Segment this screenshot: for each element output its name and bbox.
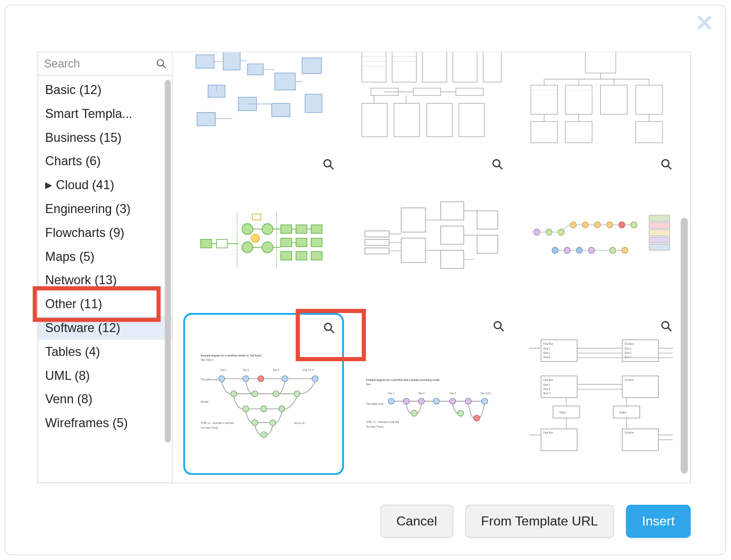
category-item[interactable]: Wireframes (5) xyxy=(38,411,172,435)
template-tile-selected[interactable]: Example diagram for a workflow similar t… xyxy=(183,313,344,475)
svg-text:Object: Object xyxy=(559,411,566,414)
category-item[interactable]: Flowcharts (9) xyxy=(38,221,172,245)
category-item[interactable]: Tables (4) xyxy=(38,340,172,364)
close-button[interactable] xyxy=(695,14,713,32)
insert-button[interactable]: Insert xyxy=(626,505,691,538)
svg-point-93 xyxy=(609,247,615,253)
svg-rect-51 xyxy=(311,225,322,233)
svg-point-114 xyxy=(273,391,278,397)
template-thumbnail: Example diagram for a workflow with a si… xyxy=(361,331,505,457)
search-icon[interactable] xyxy=(154,56,168,71)
svg-rect-9 xyxy=(271,103,290,116)
zoom-icon[interactable] xyxy=(321,157,336,172)
category-item[interactable]: Basic (12) xyxy=(38,78,172,102)
category-label: Software (12) xyxy=(45,321,120,335)
template-tile[interactable]: Example diagram for a workflow with a si… xyxy=(355,313,512,475)
svg-rect-56 xyxy=(296,251,307,260)
svg-point-90 xyxy=(564,247,570,253)
category-item[interactable]: Maps (5) xyxy=(38,244,172,268)
search-input[interactable] xyxy=(38,53,172,75)
svg-point-81 xyxy=(546,229,551,235)
category-item[interactable]: Charts (6) xyxy=(38,149,172,173)
cancel-button[interactable]: Cancel xyxy=(380,505,453,538)
grid-scrollbar[interactable] xyxy=(681,57,687,478)
svg-text:See: https://...: See: https://... xyxy=(200,359,215,361)
svg-text:Row 1: Row 1 xyxy=(543,384,550,386)
svg-point-82 xyxy=(558,229,564,235)
zoom-icon[interactable] xyxy=(490,157,505,172)
svg-text:Fare Box: Fare Box xyxy=(543,431,553,434)
svg-text:Day 4 & 5: Day 4 & 5 xyxy=(303,369,313,371)
sidebar-scrollbar[interactable] xyxy=(165,80,171,479)
svg-line-41 xyxy=(330,166,334,169)
svg-text:Row 2: Row 2 xyxy=(543,352,550,354)
svg-point-45 xyxy=(262,224,273,235)
svg-point-143 xyxy=(473,415,479,421)
svg-text:Day 3: Day 3 xyxy=(273,369,279,371)
svg-rect-32 xyxy=(600,85,627,114)
svg-rect-27 xyxy=(427,103,452,137)
svg-rect-34 xyxy=(531,122,557,143)
template-thumbnail xyxy=(359,53,504,151)
svg-rect-13 xyxy=(392,53,416,82)
svg-point-85 xyxy=(594,222,600,227)
template-tile[interactable] xyxy=(521,53,679,151)
from-template-url-button[interactable]: From Template URL xyxy=(465,505,614,538)
svg-point-48 xyxy=(251,234,259,242)
svg-point-80 xyxy=(533,229,539,235)
svg-rect-66 xyxy=(401,208,426,232)
svg-point-0 xyxy=(157,60,164,66)
category-item[interactable]: Software (12) xyxy=(38,316,172,340)
zoom-icon[interactable] xyxy=(659,157,674,172)
category-item[interactable]: Venn (8) xyxy=(38,387,172,411)
template-thumbnail: Fare BoxRow 1Row 2Row 3 FunctionRow 1Row… xyxy=(529,331,673,457)
svg-point-88 xyxy=(631,222,636,227)
svg-point-109 xyxy=(258,376,264,381)
svg-rect-52 xyxy=(280,238,292,247)
template-tile[interactable] xyxy=(352,151,511,313)
template-tile[interactable] xyxy=(352,53,511,151)
template-tile[interactable] xyxy=(521,151,679,313)
svg-text:STML 11 – example is risk-free: STML 11 – example is risk-free xyxy=(366,421,399,423)
dialog-body: Basic (12)Smart Templa...Business (15)Ch… xyxy=(38,52,691,483)
template-tile[interactable] xyxy=(183,53,342,151)
category-label: UML (8) xyxy=(45,368,90,382)
svg-rect-12 xyxy=(362,53,386,82)
svg-point-136 xyxy=(418,398,424,404)
svg-rect-77 xyxy=(649,230,669,235)
category-item[interactable]: Engineering (3) xyxy=(38,197,172,221)
category-item[interactable]: Smart Templa... xyxy=(38,102,172,126)
svg-text:Row 3: Row 3 xyxy=(543,392,550,394)
svg-text:Object: Object xyxy=(619,411,626,414)
category-item[interactable]: UML (8) xyxy=(38,363,172,387)
template-grid-wrap: Example diagram for a workflow similar t… xyxy=(173,53,690,483)
template-row: Example diagram for a workflow similar t… xyxy=(183,313,679,475)
category-item[interactable]: Other (11) xyxy=(38,292,172,316)
template-tile[interactable] xyxy=(183,151,342,313)
svg-rect-57 xyxy=(311,251,322,260)
svg-point-137 xyxy=(433,398,439,404)
svg-rect-63 xyxy=(364,231,389,237)
template-tile[interactable]: Fare BoxRow 1Row 2Row 3 FunctionRow 1Row… xyxy=(522,313,679,475)
svg-text:Day 4 & 5: Day 4 & 5 xyxy=(480,392,491,394)
svg-point-144 xyxy=(662,321,669,328)
category-label: Smart Templa... xyxy=(45,106,132,120)
category-item[interactable]: Network (13) xyxy=(38,268,172,292)
svg-text:Too risky? Avoid: Too risky? Avoid xyxy=(200,427,218,429)
zoom-icon[interactable] xyxy=(491,319,506,333)
svg-point-139 xyxy=(465,398,471,404)
zoom-icon[interactable] xyxy=(659,319,674,333)
svg-line-62 xyxy=(499,166,503,169)
category-list: Basic (12)Smart Templa...Business (15)Ch… xyxy=(38,75,172,482)
svg-text:Function: Function xyxy=(624,342,634,345)
svg-point-138 xyxy=(449,398,455,404)
svg-point-108 xyxy=(242,376,248,381)
zoom-icon[interactable] xyxy=(322,321,336,335)
category-item[interactable]: ▶Cloud (41) xyxy=(38,173,172,197)
template-thumbnail xyxy=(190,169,335,295)
svg-rect-24 xyxy=(456,88,483,96)
category-item[interactable]: Business (15) xyxy=(38,125,172,149)
svg-rect-165 xyxy=(613,406,640,418)
svg-rect-15 xyxy=(453,53,477,82)
svg-point-111 xyxy=(312,376,318,381)
